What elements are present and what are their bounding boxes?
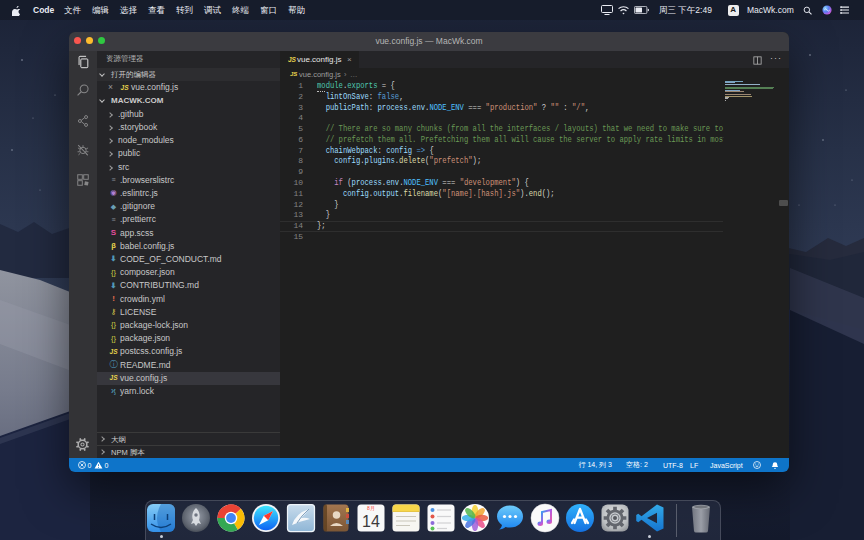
svg-text:14: 14 (362, 513, 380, 530)
svg-text:8月: 8月 (367, 505, 375, 512)
